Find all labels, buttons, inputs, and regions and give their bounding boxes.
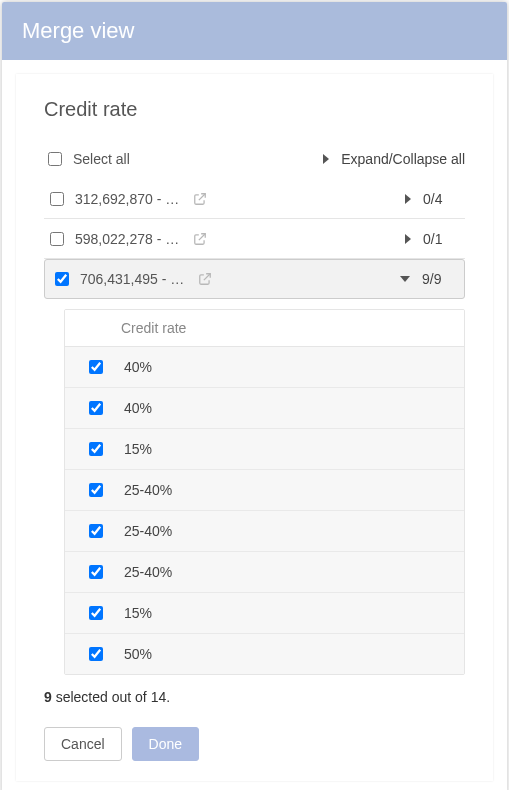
modal-title: Merge view: [2, 2, 507, 60]
done-button[interactable]: Done: [132, 727, 199, 761]
group-row[interactable]: 706,431,495 - … 9/9: [44, 259, 465, 299]
row-value: 25-40%: [124, 564, 172, 580]
row-value: 40%: [124, 359, 152, 375]
chevron-down-icon[interactable]: [400, 276, 410, 282]
controls-row: Select all Expand/Collapse all: [44, 139, 465, 179]
external-link-icon[interactable]: [198, 272, 212, 286]
row-checkbox[interactable]: [89, 647, 103, 661]
row-checkbox[interactable]: [89, 565, 103, 579]
select-all-label[interactable]: Select all: [73, 151, 130, 167]
row-value: 25-40%: [124, 523, 172, 539]
cancel-button[interactable]: Cancel: [44, 727, 122, 761]
row-value: 15%: [124, 605, 152, 621]
row-value: 40%: [124, 400, 152, 416]
group-checkbox[interactable]: [50, 192, 64, 206]
external-link-icon[interactable]: [193, 232, 207, 246]
row-value: 50%: [124, 646, 152, 662]
modal-footer: Cancel Done: [44, 727, 465, 761]
chevron-right-icon[interactable]: [405, 194, 411, 204]
table-row[interactable]: 25-40%: [65, 470, 464, 511]
row-checkbox[interactable]: [89, 442, 103, 456]
group-row[interactable]: 312,692,870 - … 0/4: [44, 179, 465, 219]
table-row[interactable]: 40%: [65, 388, 464, 429]
table-row[interactable]: 50%: [65, 634, 464, 674]
total-count: 14: [151, 689, 167, 705]
panel-title: Credit rate: [44, 98, 465, 121]
group-label: 706,431,495 - …: [80, 271, 184, 287]
external-link-icon[interactable]: [193, 192, 207, 206]
row-checkbox[interactable]: [89, 606, 103, 620]
expand-all-icon[interactable]: [323, 154, 329, 164]
group-count: 9/9: [422, 271, 458, 287]
table-row[interactable]: 15%: [65, 593, 464, 634]
select-all-checkbox[interactable]: [48, 152, 62, 166]
group-checkbox[interactable]: [50, 232, 64, 246]
chevron-right-icon[interactable]: [405, 234, 411, 244]
table-row[interactable]: 25-40%: [65, 511, 464, 552]
group-checkbox[interactable]: [55, 272, 69, 286]
table-row[interactable]: 25-40%: [65, 552, 464, 593]
row-checkbox[interactable]: [89, 360, 103, 374]
subtable-header: Credit rate: [65, 310, 464, 347]
group-label: 312,692,870 - …: [75, 191, 179, 207]
group-row[interactable]: 598,022,278 - … 0/1: [44, 219, 465, 259]
group-count: 0/4: [423, 191, 459, 207]
table-row[interactable]: 15%: [65, 429, 464, 470]
modal-body: Credit rate Select all Expand/Collapse a…: [16, 74, 493, 781]
expand-all-label[interactable]: Expand/Collapse all: [341, 151, 465, 167]
row-checkbox[interactable]: [89, 401, 103, 415]
merge-view-modal: Merge view Credit rate Select all Expand…: [2, 2, 507, 790]
row-value: 25-40%: [124, 482, 172, 498]
group-label: 598,022,278 - …: [75, 231, 179, 247]
row-checkbox[interactable]: [89, 483, 103, 497]
selected-count: 9: [44, 689, 52, 705]
credit-rate-subtable: Credit rate 40% 40% 15% 25-40% 25-40%: [64, 309, 465, 675]
selection-status: 9 selected out of 14.: [44, 689, 465, 705]
row-value: 15%: [124, 441, 152, 457]
table-row[interactable]: 40%: [65, 347, 464, 388]
row-checkbox[interactable]: [89, 524, 103, 538]
group-count: 0/1: [423, 231, 459, 247]
